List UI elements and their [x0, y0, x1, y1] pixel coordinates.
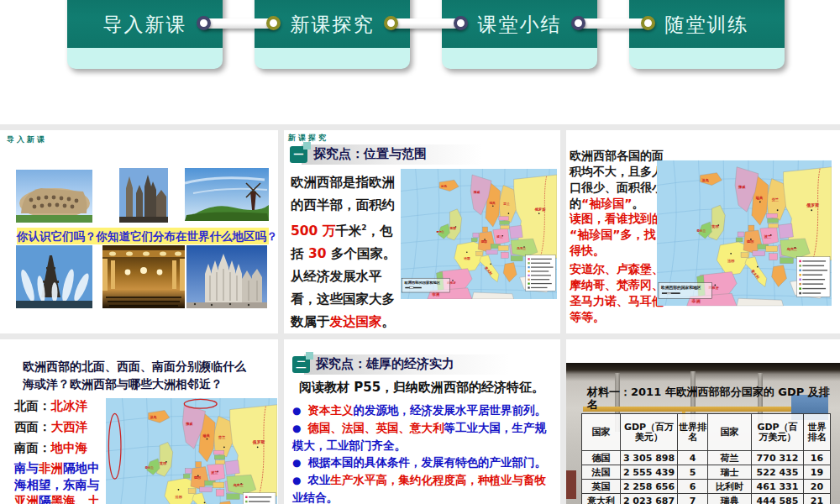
- cell-gdp: 2 023 687: [621, 494, 678, 504]
- bullet-item: ●德国、法国、英国、意大利等工业大国，生产规模大，工业部门齐全。: [292, 419, 554, 454]
- gdp-row: 法国 2 555 439 5 瑞士 522 435 19: [582, 465, 831, 480]
- connector-ring: [571, 16, 585, 30]
- gdp-row: 德国 3 305 898 4 荷兰 770 312 16: [582, 451, 831, 465]
- text-segment: 资本主义: [307, 403, 353, 417]
- pocket-paragraph: 欧洲西部各国的面积均不大，且多人口很少、面积很小的“袖珍国”。: [570, 148, 664, 212]
- europe-map-position: [401, 168, 557, 303]
- photo-windmill: [185, 168, 269, 221]
- col-header: GDP（百万美元）: [621, 414, 678, 451]
- gdp-row: 英国 2 258 656 6 比利时 461 331 20: [582, 480, 831, 494]
- bullet-icon: ●: [292, 423, 301, 434]
- direction-label: 北面：: [14, 399, 51, 412]
- cell-rank: 20: [804, 480, 831, 494]
- col-header: 世界排名: [678, 414, 708, 451]
- seas-question: 欧洲西部的北面、西面、南面分别濒临什么海或洋？欧洲西部与哪些大洲相邻近？: [23, 358, 256, 393]
- connector-ring: [641, 16, 655, 30]
- cell-country: 德国: [582, 451, 621, 465]
- pocket-examples: 安道尔、卢森堡、摩纳哥、梵蒂冈、圣马力诺、马耳他等等。: [570, 261, 664, 325]
- gdp-header-row: 国家 GDP（百万美元） 世界排名 国家 GDP（百万美元） 世界排名: [582, 414, 831, 451]
- cell-country: 意大利: [582, 494, 621, 504]
- direction-label: 西面：: [14, 420, 51, 433]
- slide-lead-in[interactable]: 导入新课: [0, 130, 278, 333]
- lead-in-question: 你认识它们吗？你知道它们分布在世界什么地区吗？: [17, 228, 269, 244]
- cell-rank: 16: [804, 451, 831, 465]
- cell-gdp: 2 258 656: [621, 480, 678, 494]
- connector-bar-2: [389, 18, 463, 29]
- nav-item-lead-in[interactable]: 导入新课: [67, 0, 223, 69]
- bullet-icon: ●: [292, 405, 301, 417]
- cell-rank: 5: [678, 465, 708, 480]
- seas-item-west: 西面：大西洋: [14, 419, 87, 435]
- photo-gothic-church: [119, 168, 168, 223]
- text-segment: 非洲: [39, 461, 63, 475]
- col-header: 国家: [708, 414, 752, 451]
- direction-label: 南面：: [14, 441, 51, 454]
- nav-item-explore[interactable]: 新课探究: [255, 0, 410, 69]
- gdp-row: 意大利 2 023 687 7 瑞典 444 585 21: [582, 494, 831, 504]
- bullet-item: ●资本主义的发源地，经济发展水平居世界前列。: [292, 402, 554, 419]
- bullet-icon: ●: [292, 457, 301, 469]
- heading-text: 探究点：雄厚的经济实力: [316, 356, 454, 372]
- seas-item-south: 南面：地中海: [14, 440, 87, 456]
- number-one-icon: 一: [290, 146, 307, 163]
- connector-bar-3: [576, 18, 650, 29]
- direction-answer: 大西洋: [51, 420, 88, 433]
- gdp-table: 国家 GDP（百万美元） 世界排名 国家 GDP（百万美元） 世界排名 德国 3…: [581, 413, 831, 504]
- explore-point-2-heading: 二 探究点：雄厚的经济实力: [292, 354, 502, 375]
- connector-ring: [197, 16, 211, 30]
- pocket-task: 读图，看谁找到的“袖珍国”多，找得快。: [570, 211, 664, 259]
- explore-point-1-heading: 一 探究点：位置与范围: [290, 144, 483, 165]
- slide-gdp-table[interactable]: 材料一：2011 年欧洲西部部分国家的 GDP 及排名 国家 GDP（百万美元）…: [566, 339, 840, 504]
- col-header: 国家: [582, 414, 621, 451]
- text-segment: 隔: [39, 494, 51, 504]
- text-segment: 30: [308, 246, 327, 261]
- cell-gdp: 444 585: [752, 494, 804, 504]
- text-segment: 发达国家: [330, 314, 382, 329]
- slideshow-page: { "palette": { "teal": "#0e7a6e", "teal_…: [0, 0, 840, 504]
- connector-ring: [384, 16, 398, 30]
- slide-grid: 导入新课: [0, 124, 840, 504]
- photo-eiffel-tower-fountains: [16, 245, 92, 308]
- cell-gdp: 522 435: [752, 465, 804, 480]
- photo-colosseum: [16, 170, 92, 223]
- seas-item-north: 北面：北冰洋: [14, 398, 87, 414]
- slide-economy[interactable]: 二 探究点：雄厚的经济实力 阅读教材 P55，归纳欧洲西部的经济特征。 ●资本主…: [284, 339, 560, 504]
- connector-ring: [266, 16, 281, 30]
- bullet-icon: ●: [292, 475, 301, 486]
- cell-rank: 4: [678, 451, 708, 465]
- slide-seas-neighbours[interactable]: 欧洲西部的北面、西面、南面分别濒临什么海或洋？欧洲西部与哪些大洲相邻近？ 北面：…: [0, 339, 278, 504]
- text-segment: 的发源地，经济发展水平居世界前列。: [353, 403, 546, 417]
- cell-gdp: 770 312: [752, 451, 804, 465]
- cell-rank: 7: [678, 494, 708, 504]
- direction-answer: 北冰洋: [51, 399, 88, 412]
- nav-item-summary[interactable]: 课堂小结: [442, 0, 597, 69]
- cell-rank: 21: [804, 494, 831, 504]
- cell-country: 瑞士: [708, 465, 752, 480]
- cell-rank: 19: [804, 465, 831, 480]
- heading-text: 探究点：位置与范围: [313, 146, 427, 162]
- direction-answer: 地中海: [51, 441, 88, 454]
- cell-gdp: 461 331: [752, 480, 804, 494]
- cell-gdp: 3 305 898: [621, 451, 678, 465]
- bullet-item: ●农业生产水平高，集约化程度高，种植业与畜牧业结合。: [292, 471, 554, 504]
- neighbour-paragraph: 南与非洲隔地中海相望，东南与亚洲隔黑海、土耳其海: [14, 460, 100, 504]
- material-title: 材料一：2011 年欧洲西部部分国家的 GDP 及排名: [587, 386, 832, 411]
- region-description: 欧洲西部是指欧洲的西半部，面积约500 万千米2，包括 30 多个国家。从经济发…: [291, 171, 402, 333]
- cell-country: 比利时: [708, 480, 752, 494]
- nav-item-practice[interactable]: 随堂训练: [629, 0, 785, 69]
- bullet-item: ●根据本国的具体条件，发展有特色的产业部门。: [292, 454, 554, 471]
- cell-country: 荷兰: [708, 451, 752, 465]
- text-segment: 南与: [14, 461, 39, 475]
- text-segment: “袖珍国”: [581, 197, 632, 210]
- photo-golden-concert-hall: [102, 245, 185, 308]
- cell-country: 瑞典: [708, 494, 752, 504]
- col-header: GDP（百万美元）: [752, 414, 804, 451]
- cell-gdp: 2 555 439: [621, 465, 678, 480]
- slide-position-scope[interactable]: 新课探究 一 探究点：位置与范围 欧洲西部是指欧洲的西半部，面积约500 万千米…: [284, 130, 560, 333]
- connector-ring: [454, 16, 468, 30]
- text-segment: 。: [632, 197, 643, 210]
- slide-pocket-states[interactable]: 欧洲西部各国的面积均不大，且多人口很少、面积很小的“袖珍国”。 读图，看谁找到的…: [566, 130, 840, 333]
- economy-task: 阅读教材 P55，归纳欧洲西部的经济特征。: [299, 380, 544, 396]
- cell-rank: 6: [678, 480, 708, 494]
- connector-bar-1: [202, 18, 276, 29]
